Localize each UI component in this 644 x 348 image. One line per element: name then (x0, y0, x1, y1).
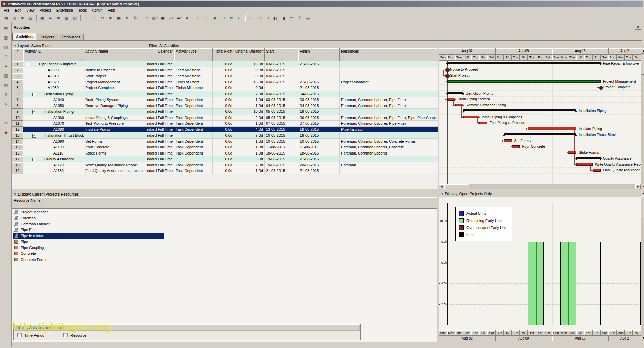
timescale-day-7[interactable]: Sun (496, 330, 504, 335)
columns-button[interactable]: ▥▾ (151, 14, 159, 22)
task-bar-strike-forms[interactable] (568, 151, 576, 154)
projects-button[interactable]: ▤ (2, 25, 10, 32)
scroll-up-icon[interactable]: ▲ (641, 48, 644, 54)
wbs-button[interactable]: ≣ (2, 63, 10, 69)
timescale-week-aug-09[interactable]: Aug 09 (496, 335, 552, 341)
timescale-day-2[interactable]: Tue (455, 55, 463, 61)
timescale-day-19[interactable]: Fri (593, 330, 601, 335)
column-header-start[interactable]: Start (265, 48, 298, 61)
timescale-day-19[interactable]: Fri (593, 55, 601, 61)
resource-item-pipe-fitter[interactable]: Pipe Fitter (13, 227, 164, 233)
activity-row-a1120[interactable]: 18A1120Write Quality Assurance Reportnda… (12, 162, 438, 168)
activities-button[interactable]: ▦ (2, 72, 10, 79)
resource-usage-button[interactable]: ◆ (211, 14, 219, 22)
activity-row-installation-thrust-block[interactable]: 13−Installation Thrust Blockndard Full T… (12, 132, 438, 139)
bars-button[interactable]: ≡▾ (143, 14, 150, 22)
timescale-week-aug-16[interactable]: Aug 16 (552, 335, 609, 341)
tab-resources[interactable]: Resources (59, 34, 84, 41)
projects-view-button[interactable]: ▦ (38, 14, 46, 22)
activity-row-a1090[interactable]: 14A1090Set Formsndard Full TimeTask Depe… (12, 139, 438, 145)
task-bar-insulate-piping[interactable] (528, 127, 576, 130)
thresholds-button[interactable]: ≈ (2, 101, 10, 107)
timescale-day-17[interactable]: W (576, 55, 584, 61)
activity-row-pipe-repair-improve[interactable]: 1−Pipe Repair & Improvendard Full Time0.… (12, 61, 438, 67)
summary-bar-installation-thrust-block[interactable] (504, 133, 577, 135)
timescale-day-11[interactable]: Thr (528, 55, 536, 61)
group-sort-button[interactable]: ≣▾ (175, 14, 183, 22)
resource-item-foreman[interactable]: Foreman (13, 215, 164, 221)
timescale-week-aug-02[interactable]: Aug 02 (439, 48, 496, 55)
profile-display-bar[interactable]: ∨ Display: Open Projects Only (439, 191, 641, 197)
menu-file[interactable]: File (4, 8, 10, 12)
profile-vertical-scrollbar[interactable]: ▲ ▼ (641, 191, 644, 341)
task-bar-drain-piping-system[interactable] (447, 98, 455, 101)
timescale-day-15[interactable]: Mon (560, 55, 568, 61)
progress-spotlight-button[interactable]: ✓ (235, 14, 243, 22)
timescale-day-12[interactable]: Fri (536, 330, 544, 335)
timescale-day-18[interactable]: Thr (584, 330, 593, 335)
task-bar-pour-concrete[interactable] (512, 145, 520, 148)
timescale-day-21[interactable]: Sun (608, 55, 617, 61)
activity-row-a1110[interactable]: 16A1110Strike Formsndard Full TimeTask D… (12, 150, 438, 157)
menu-tools[interactable]: Tools (78, 8, 87, 12)
zoom-out-button[interactable]: ⊖ (255, 14, 263, 22)
menu-admin[interactable]: Admin (92, 8, 102, 12)
timescale-day-17[interactable]: W (576, 330, 584, 335)
timescale-day-11[interactable]: Thr (528, 330, 536, 335)
collapse-expand-icon[interactable]: − (32, 93, 36, 96)
activity-row-a1020[interactable]: 4A1020Project Managementndard Full TimeL… (12, 79, 438, 85)
mail-button[interactable]: ▧ (27, 14, 35, 22)
activity-row-a1000[interactable]: 2A1000Notice to Proceedndard Full TimeSt… (12, 67, 438, 74)
chevron-down-icon[interactable]: ∨ (14, 44, 16, 47)
timescale-day-3[interactable]: W (463, 55, 471, 61)
column-header-finish[interactable]: Finish (298, 48, 340, 61)
checkbox-resource[interactable] (63, 333, 68, 337)
checkbox-time-period[interactable] (17, 333, 22, 337)
resources-button[interactable]: ▩ (2, 34, 10, 41)
activity-row-a1050[interactable]: 8A1050Remove Damaged Pipingndard Full Ti… (12, 103, 438, 109)
timescale-day-1[interactable]: Mon (447, 330, 455, 335)
scrollbar-track[interactable] (641, 217, 644, 336)
resource-name-column-header[interactable]: Resource Name (12, 197, 437, 209)
print-preview-button[interactable]: ▥ (11, 14, 18, 22)
task-bar-test-piping-at-pressure[interactable] (479, 122, 487, 124)
timescale-day-0[interactable]: Sun (439, 330, 447, 335)
expenses-button[interactable]: $ (2, 91, 10, 98)
scrollbar-thumb[interactable] (641, 54, 644, 75)
gantt-vertical-scrollbar[interactable]: ▲ ▼ (641, 48, 644, 189)
timescale-day-20[interactable]: Sat (601, 330, 609, 335)
timescale-day-4[interactable]: Thr (471, 330, 479, 335)
scrollbar-track[interactable] (469, 184, 635, 189)
activity-row-a1010[interactable]: 3A1010Start Projectndard Full TimeStart … (12, 73, 438, 79)
resource-item-concrete-forms[interactable]: Concrete Forms (13, 257, 164, 263)
schedule-button[interactable]: ↯ (123, 14, 131, 22)
loe-bar-project-management[interactable] (447, 80, 601, 83)
resource-item-project-manager[interactable]: Project Manager (13, 209, 164, 215)
timescale-day-24[interactable]: W (633, 55, 641, 61)
timescale-day-10[interactable]: W (520, 330, 528, 335)
timescale-day-12[interactable]: Fri (536, 55, 544, 61)
task-bar-set-forms[interactable] (504, 139, 512, 142)
resource-item-common-laborer[interactable]: Common Laborer (13, 221, 164, 227)
activity-row-a1080[interactable]: 12A1080Insulate Pipingndard Full TimeTas… (12, 127, 438, 133)
resource-item-pipe-insulator[interactable]: Pipe Insulator (13, 233, 164, 239)
window-titlebar[interactable]: Primavera P6 Professional R15.1 : PIPE R… (1, 1, 643, 7)
activities-view-button[interactable]: ▤ (55, 14, 62, 22)
add-activity-button[interactable]: + (82, 14, 90, 22)
resource-item-pipe[interactable]: Pipe (13, 239, 164, 245)
activity-row-demolition-piping[interactable]: 6−Demolition Pipingndard Full Time0.0d2.… (12, 91, 438, 97)
menu-help[interactable]: Help (108, 8, 116, 12)
columns-dropdown-icon[interactable]: ▾ (156, 17, 158, 19)
summary-bar-quality-assurance[interactable] (576, 157, 601, 159)
menu-edit[interactable]: Edit (15, 8, 21, 12)
timescale-day-15[interactable]: Mon (560, 330, 568, 335)
activity-usage-button[interactable]: ⊙ (203, 14, 211, 22)
timescale-day-13[interactable]: Sat (544, 330, 552, 335)
timescale-day-16[interactable]: Tue (568, 330, 576, 335)
level-resources-button[interactable]: ⇅ (131, 14, 139, 22)
timescale-day-9[interactable]: Tue (512, 330, 520, 335)
timescale-day-13[interactable]: Sat (544, 55, 552, 61)
timescale-day-6[interactable]: Sat (487, 330, 496, 335)
timescale-day-10[interactable]: W (520, 55, 528, 61)
timescale-day-2[interactable]: Tue (455, 330, 463, 335)
